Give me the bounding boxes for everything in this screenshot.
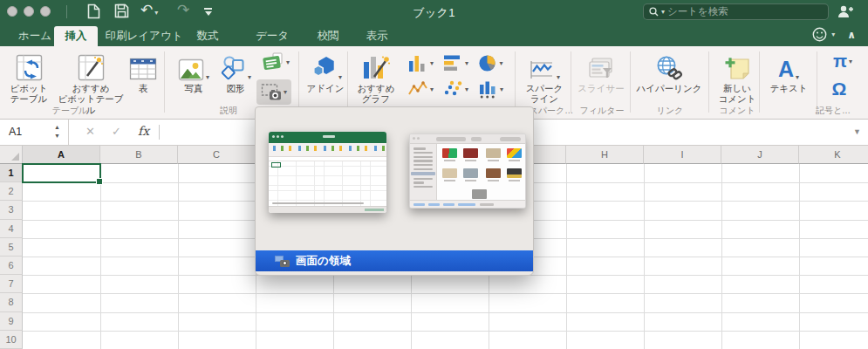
line-chart-button[interactable]: ▾ (403, 78, 438, 100)
row-header[interactable]: 2 (0, 182, 23, 201)
shapes-label: 図形 (227, 83, 245, 93)
smartart-dropdown-icon[interactable]: ▾ (286, 58, 290, 66)
column-header[interactable]: H (566, 146, 644, 164)
column-chart-dropdown-icon[interactable]: ▾ (430, 59, 434, 67)
tab-view[interactable]: 表示 (358, 26, 396, 46)
group-label-comments: コメント (702, 105, 772, 117)
cancel-button[interactable]: ✕ (85, 125, 95, 138)
screenshot-dropdown-panel: 画面の領域 (255, 106, 534, 276)
column-header[interactable]: A (23, 146, 100, 164)
row-header[interactable]: 3 (0, 201, 23, 219)
screen-region-menu-item[interactable]: 画面の領域 (256, 250, 533, 271)
share-user-icon[interactable] (837, 4, 854, 22)
thumb-ribbon (269, 143, 386, 157)
finder-window-thumbnail[interactable] (409, 133, 526, 209)
feedback-smiley-button[interactable]: ▾ (812, 27, 835, 42)
search-scope-dropdown-icon[interactable]: ▾ (661, 8, 665, 16)
addins-button[interactable]: ▾ アドイン (302, 50, 349, 93)
shapes-button[interactable]: ▾ 図形 (215, 50, 256, 93)
bar-chart-button[interactable]: ▾ (438, 51, 473, 74)
selected-cell[interactable] (22, 163, 101, 183)
smiley-dropdown-icon: ▾ (831, 31, 835, 38)
expand-formula-bar-icon[interactable]: ▼ (853, 127, 861, 136)
tab-data[interactable]: データ (251, 26, 293, 46)
collapse-ribbon-icon[interactable]: ∧ (847, 29, 856, 41)
group-label-links: リンク (635, 105, 705, 117)
photo-dropdown-icon[interactable]: ▾ (206, 73, 209, 81)
thumb-photo (507, 148, 522, 161)
pivot-table-label: ピボット テーブル (10, 83, 48, 105)
other-charts-button[interactable]: ▾ (473, 78, 508, 100)
shapes-icon (220, 55, 246, 81)
pie-chart-dropdown-icon[interactable]: ▾ (499, 59, 502, 67)
equation-button[interactable]: π ▾ (825, 50, 860, 72)
thumb-finder-pathbar (410, 200, 525, 208)
thumb-titlebar (269, 132, 386, 143)
tab-insert[interactable]: 挿入 (54, 26, 98, 46)
enter-button[interactable]: ✓ (112, 125, 121, 138)
column-header[interactable]: C (178, 146, 256, 164)
fill-handle[interactable] (96, 178, 103, 185)
column-header[interactable]: K (799, 146, 868, 164)
tab-review[interactable]: 校閲 (309, 26, 347, 46)
tab-formulas[interactable]: 数式 (188, 26, 227, 46)
pie-chart-button[interactable]: ▾ (473, 51, 508, 74)
group-divider (515, 51, 516, 113)
row-header[interactable]: 5 (0, 238, 23, 257)
scatter-chart-dropdown-icon[interactable]: ▾ (465, 86, 468, 93)
sparkline-button[interactable]: ▾ スパーク ライン (520, 50, 569, 105)
row-header[interactable]: 4 (0, 220, 23, 238)
screen-region-icon (275, 256, 290, 267)
new-comment-button[interactable]: 新しい コメント (712, 50, 762, 105)
thumb-finder-toolbar (410, 134, 525, 144)
name-box-stepper[interactable]: ▲▼ (54, 123, 60, 140)
search-placeholder: シートを検索 (667, 5, 728, 18)
tab-home[interactable]: ホーム (16, 26, 54, 46)
row-header[interactable]: 1 (0, 164, 23, 182)
row-header[interactable]: 10 (0, 331, 23, 349)
column-header[interactable]: B (100, 146, 178, 164)
column-header[interactable]: J (721, 146, 799, 164)
photo-label: 写真 (185, 83, 203, 93)
thumb-photo (442, 148, 457, 161)
text-button[interactable]: A ▾ テキスト (764, 50, 813, 93)
scatter-chart-button[interactable]: ▾ (438, 78, 473, 100)
search-input[interactable]: ▾ シートを検索 (643, 3, 829, 20)
select-all-corner[interactable] (0, 146, 23, 164)
tab-page-layout[interactable]: 印刷レイアウト (103, 26, 185, 46)
table-button[interactable]: 表 (126, 50, 161, 93)
symbol-button[interactable]: Ω (822, 78, 857, 100)
row-header[interactable]: 6 (0, 257, 23, 275)
text-dropdown-icon[interactable]: ▾ (796, 73, 799, 81)
row-header[interactable]: 7 (0, 275, 23, 293)
column-header[interactable]: I (644, 146, 721, 164)
addins-icon (309, 55, 337, 81)
sparkline-label: スパーク ライン (526, 83, 564, 105)
shapes-dropdown-icon[interactable]: ▾ (248, 73, 251, 81)
row-header[interactable]: 8 (0, 293, 23, 311)
thumb-photo (486, 168, 501, 181)
thumb-status-bar (269, 206, 386, 213)
row-header[interactable]: 9 (0, 312, 23, 331)
excel-window: ↶▾ ↷ ブック1 ▾ シートを検索 ホーム 挿入 印刷レイアウト 数式 データ… (0, 0, 868, 349)
pivot-table-button[interactable]: ピボット テーブル (3, 50, 54, 105)
screenshot-button[interactable]: ▾ (256, 79, 291, 105)
screenshot-dropdown-icon[interactable]: ▾ (284, 88, 287, 96)
other-charts-dropdown-icon[interactable]: ▾ (500, 86, 503, 93)
bar-chart-dropdown-icon[interactable]: ▾ (465, 59, 468, 67)
group-divider (708, 51, 709, 113)
column-chart-button[interactable]: ▾ (403, 51, 438, 74)
smartart-button[interactable]: ▾ (258, 51, 293, 73)
thumb-photo (507, 168, 522, 181)
hyperlink-button[interactable]: ハイパーリンク (633, 50, 705, 93)
equation-dropdown-icon[interactable]: ▾ (849, 58, 852, 65)
new-comment-icon (724, 50, 750, 81)
excel-window-thumbnail[interactable] (269, 132, 386, 213)
name-box[interactable]: A1 ▲▼ (0, 120, 69, 145)
line-chart-dropdown-icon[interactable]: ▾ (430, 86, 434, 93)
sparkline-dropdown-icon[interactable]: ▾ (557, 73, 560, 81)
recommended-charts-button[interactable]: おすすめ グラフ (351, 50, 401, 105)
photo-button[interactable]: ▾ 写真 (171, 50, 216, 93)
addins-dropdown-icon[interactable]: ▾ (338, 73, 342, 81)
insert-function-button[interactable]: fx (138, 124, 149, 138)
